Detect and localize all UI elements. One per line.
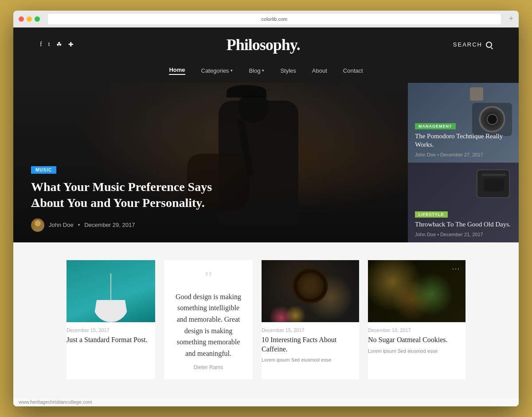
- status-bar: www.heritagechristiancollege.com: [13, 397, 519, 406]
- flowers-element: [270, 300, 306, 322]
- post-card-lamp[interactable]: December 15, 2017 Just a Standard Format…: [66, 260, 155, 380]
- maximize-button[interactable]: [35, 16, 40, 22]
- categories-chevron: ▾: [231, 68, 233, 73]
- twitter-icon[interactable]: t: [48, 41, 50, 48]
- nav-dot-2[interactable]: [42, 206, 51, 207]
- card1-date: December 27, 2017: [440, 152, 483, 157]
- instagram-icon[interactable]: ☘: [56, 41, 62, 48]
- search-icon[interactable]: [486, 42, 492, 48]
- blog-chevron: ▾: [262, 68, 264, 73]
- close-button[interactable]: [19, 16, 24, 22]
- sidebar-card-2[interactable]: LIFESTYLE Throwback To The Good Old Days…: [408, 163, 519, 242]
- nav-item-categories[interactable]: Categories ▾: [201, 66, 233, 75]
- url-text: colorlib.com: [262, 16, 288, 22]
- hero-author-name: John Doe: [49, 222, 74, 228]
- search-label: SEARCH: [453, 41, 482, 48]
- main-nav: Home Categories ▾ Blog ▾ Styles About Co…: [13, 62, 519, 83]
- bag-pocket: [484, 178, 504, 191]
- site-content: f t ☘ ✚ Philosophy. SEARCH Home Categori…: [13, 27, 519, 407]
- card2-meta: John Doe • December 21, 2017: [415, 232, 512, 237]
- card2-title: Throwback To The Good Old Days.: [415, 220, 512, 229]
- lamp-shape: [93, 273, 129, 322]
- quote-text: Good design is making something intellig…: [173, 291, 244, 359]
- lamp-shade: [93, 300, 129, 322]
- hero-sidebar: MANAGEMENT The Pomodoro Technique Really…: [408, 83, 519, 242]
- card2-date: December 21, 2017: [440, 232, 483, 237]
- card2-author: John Doe: [415, 232, 436, 237]
- post4-date: December 10, 2017: [368, 327, 466, 333]
- dark-section: f t ☘ ✚ Philosophy. SEARCH Home Categori…: [13, 27, 519, 242]
- post1-date: December 15, 2017: [66, 327, 155, 333]
- quote-author: Dieter Rams: [194, 364, 223, 370]
- post3-date: December 15, 2017: [262, 327, 359, 333]
- social-icons: f t ☘ ✚: [40, 41, 74, 48]
- quote-mark: ”: [204, 269, 212, 287]
- nav-item-styles[interactable]: Styles: [280, 66, 296, 75]
- coffee-liquid: [297, 273, 324, 299]
- svg-point-0: [35, 220, 41, 226]
- post1-title: Just a Standard Format Post.: [66, 335, 155, 345]
- food-bg: [368, 260, 466, 322]
- post4-title: No Sugar Oatmeal Cookies.: [368, 335, 466, 345]
- top-bar: f t ☘ ✚ Philosophy. SEARCH: [13, 27, 519, 62]
- facebook-icon[interactable]: f: [40, 41, 42, 48]
- nav-dot-1[interactable]: [31, 206, 40, 207]
- hero-overlay: MUSIC What Your Music Preference Says Ab…: [13, 155, 408, 242]
- lifestyle-badge: LIFESTYLE: [415, 211, 448, 218]
- post-card-quote: ” Good design is making something intell…: [164, 260, 253, 380]
- coffee-cup-top: [293, 268, 328, 304]
- post4-content: December 10, 2017 No Sugar Oatmeal Cooki…: [368, 322, 466, 357]
- music-badge: MUSIC: [31, 166, 56, 174]
- hero-area: MUSIC What Your Music Preference Says Ab…: [13, 83, 519, 242]
- posts-grid: December 15, 2017 Just a Standard Format…: [66, 260, 466, 380]
- post1-content: December 15, 2017 Just a Standard Format…: [66, 322, 155, 350]
- three-dots: ···: [452, 265, 460, 273]
- pinterest-icon[interactable]: ✚: [68, 41, 74, 48]
- lamp-image: [66, 260, 155, 322]
- card2-overlay: LIFESTYLE Throwback To The Good Old Days…: [408, 204, 519, 242]
- hero-author-avatar: [31, 218, 44, 232]
- figure-hat: [227, 85, 266, 97]
- new-tab-button[interactable]: +: [509, 14, 513, 23]
- hero-author: John Doe • December 29, 2017: [31, 218, 390, 232]
- post-card-coffee[interactable]: December 15, 2017 10 Interesting Facts A…: [262, 260, 359, 380]
- hero-nav-dots: [31, 206, 61, 207]
- hero-dot-separator: •: [78, 222, 80, 228]
- url-bar[interactable]: colorlib.com: [48, 14, 501, 24]
- food-image: ···: [368, 260, 466, 322]
- bag-image: [477, 169, 510, 198]
- bag-strap: [482, 174, 506, 176]
- nav-item-contact[interactable]: Contact: [343, 66, 363, 75]
- nav-item-home[interactable]: Home: [169, 66, 185, 75]
- minimize-button[interactable]: [27, 16, 32, 22]
- post3-content: December 15, 2017 10 Interesting Facts A…: [262, 322, 359, 366]
- nav-item-blog[interactable]: Blog ▾: [249, 66, 264, 75]
- management-badge: MANAGEMENT: [415, 123, 456, 129]
- post-card-food[interactable]: ··· December 10, 2017 No Sugar Oatmeal C…: [368, 260, 466, 380]
- hand-element: [470, 87, 483, 101]
- hero-main[interactable]: MUSIC What Your Music Preference Says Ab…: [13, 83, 408, 242]
- post4-excerpt: Lorem ipsum Sed eiusmod esse: [368, 347, 466, 355]
- nav-item-about[interactable]: About: [312, 66, 327, 75]
- search-area[interactable]: SEARCH: [453, 41, 492, 48]
- post3-excerpt: Lorem ipsum Sed eiusmod esse: [262, 356, 359, 364]
- post3-title: 10 Interesting Facts About Caffeine.: [262, 335, 359, 354]
- card1-overlay: MANAGEMENT The Pomodoro Technique Really…: [408, 116, 519, 163]
- browser-chrome: colorlib.com +: [13, 11, 519, 27]
- card1-title: The Pomodoro Technique Really Works.: [415, 132, 512, 149]
- card1-meta: John Doe • December 27, 2017: [415, 152, 512, 157]
- svg-point-1: [32, 227, 43, 232]
- nav-dot-3[interactable]: [52, 206, 61, 207]
- card1-author: John Doe: [415, 152, 436, 157]
- site-logo[interactable]: Philosophy.: [227, 35, 300, 54]
- coffee-image: [262, 260, 359, 322]
- light-section: December 15, 2017 Just a Standard Format…: [13, 242, 519, 398]
- status-url: www.heritagechristiancollege.com: [19, 399, 92, 405]
- hero-date: December 29, 2017: [84, 222, 135, 228]
- browser-window: colorlib.com + f t ☘ ✚ Philosophy. SEARC…: [13, 11, 519, 407]
- lamp-cord: [110, 273, 111, 300]
- sidebar-card-1[interactable]: MANAGEMENT The Pomodoro Technique Really…: [408, 83, 519, 163]
